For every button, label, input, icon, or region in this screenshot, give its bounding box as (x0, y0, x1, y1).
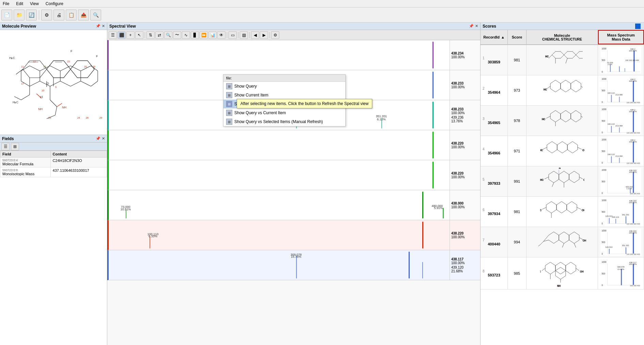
export-button[interactable]: 📋 (66, 10, 77, 20)
svg-text:N: N (559, 168, 561, 169)
spectral-tool3-button[interactable]: ⇄ (155, 31, 163, 39)
spectral-peak1-8: 438.117 (451, 257, 479, 261)
dropdown-show-query-current[interactable]: ⊞ Show Query vs Current Item (223, 108, 345, 117)
dropdown-tooltip: After selecting new items. Click the but… (237, 99, 372, 108)
scores-cell-mass-4: 1000 500 0 438.2 100.00% 100.110 213.060 (598, 136, 644, 166)
svg-line-54 (14, 96, 21, 100)
fields-pin-button[interactable]: 📌 (96, 136, 100, 141)
svg-rect-206 (609, 218, 610, 224)
spectral-next-button[interactable]: ▶ (260, 31, 268, 39)
spectral-wave2-button[interactable]: ∿ (182, 31, 190, 39)
spectral-peak1-2: 438.233 (451, 81, 479, 85)
scores-col-mass-header[interactable]: Mass Spectrum Mass Data (598, 30, 644, 44)
svg-marker-3 (70, 61, 94, 78)
svg-text:5.91%: 5.91% (434, 206, 443, 210)
svg-text:6.33%: 6.33% (148, 235, 157, 238)
svg-text:100.00%: 100.00% (629, 141, 637, 143)
settings-button[interactable]: ⚙ (41, 10, 52, 20)
svg-rect-121 (611, 95, 612, 102)
spectral-run2-button[interactable]: 📊 (208, 31, 217, 39)
dropdown-show-query-selected[interactable]: ⊞ Show Query vs Selected Items (Manual R… (223, 117, 345, 126)
spectral-prev-button[interactable]: ◀ (251, 31, 259, 39)
spectral-eye-button[interactable]: 👁 (217, 31, 225, 39)
fields-col-header-content: Content (50, 151, 107, 158)
svg-text:HC: HC (540, 179, 544, 181)
svg-rect-185 (633, 172, 634, 193)
spectral-close-button[interactable]: ✕ (475, 24, 478, 28)
spectral-canvas-5 (109, 160, 450, 190)
svg-rect-163 (619, 158, 620, 163)
svg-text:12: 12 (33, 60, 36, 63)
search-button[interactable]: 🔍 (90, 10, 101, 20)
menu-view[interactable]: View (29, 1, 40, 7)
svg-text:10: 10 (42, 89, 44, 92)
svg-marker-128 (550, 110, 561, 122)
refresh-button[interactable]: 🔄 (26, 10, 37, 20)
svg-text:HC: HC (540, 270, 541, 273)
svg-marker-87 (552, 51, 564, 58)
spectral-add-button[interactable]: + (126, 31, 135, 39)
spectral-zoom-button[interactable]: 🔍 (164, 31, 172, 39)
svg-text:11: 11 (21, 65, 24, 68)
spectral-mode-button[interactable]: ⬛ (117, 31, 126, 39)
scores-cell-mass-3: 1000 500 0 438.2 100.00% 100.110 213.060 (598, 106, 644, 136)
fields-cell-content-1: C24H18ClF2N3O (50, 158, 107, 167)
mol-preview-pin-button[interactable]: 📌 (96, 24, 100, 28)
fields-view-button[interactable]: ⊞ (11, 143, 19, 150)
mol-svg-4: HC OH (540, 137, 584, 165)
svg-line-46 (60, 81, 70, 86)
mini-chart-svg-1: 1000 500 0 438.2 100.00% 73.000 (600, 46, 641, 74)
spectral-opt1-button[interactable]: ▭ (229, 31, 237, 39)
fields-toolbar: ☰ ⊞ (0, 142, 107, 151)
svg-marker-170 (559, 171, 569, 183)
svg-text:351.201: 351.201 (622, 214, 629, 216)
spectral-tool1-button[interactable]: ↖ (135, 31, 143, 39)
fields-menu-button[interactable]: ☰ (1, 143, 10, 150)
spectral-pin-button[interactable]: 📌 (469, 24, 474, 28)
spectral-config-button[interactable]: ⚙ (271, 31, 279, 39)
spectral-menu-button[interactable]: ☰ (109, 31, 117, 39)
svg-text:1000: 1000 (601, 229, 607, 232)
svg-text:OH: OH (582, 209, 584, 211)
spectral-tool2-button[interactable]: ⇅ (146, 31, 155, 39)
scores-col-record-header[interactable]: RecordId ▲ (481, 30, 508, 44)
scores-col-molecule-header[interactable]: Molecule CHEMICAL STRUCTURE (527, 30, 598, 44)
svg-text:F: F (96, 55, 98, 58)
mol-preview-close-button[interactable]: ✕ (102, 24, 105, 28)
dropdown-show-current[interactable]: ⊞ Show Current Item (223, 91, 345, 100)
svg-line-45 (70, 81, 81, 86)
new-button[interactable]: 📄 (1, 10, 12, 20)
dropdown-show-query[interactable]: ⊞ Show Query (223, 82, 345, 91)
menu-configure[interactable]: Configure (44, 1, 65, 7)
svg-line-43 (70, 66, 81, 71)
svg-marker-149 (547, 141, 557, 153)
scores-row-7: 7 400440 994 HC OH (481, 227, 644, 257)
svg-rect-63 (433, 72, 434, 98)
print-button[interactable]: 🖨 (53, 10, 64, 20)
svg-rect-229 (633, 233, 634, 254)
svg-text:15: 15 (67, 60, 70, 63)
scores-cell-score-7: 994 (508, 227, 527, 257)
fields-close-button[interactable]: ✕ (102, 136, 105, 141)
import-button[interactable]: 📤 (78, 10, 89, 20)
open-button[interactable]: 📁 (14, 10, 25, 20)
svg-marker-239 (566, 262, 576, 274)
svg-line-112 (547, 86, 550, 89)
svg-marker-89 (576, 51, 583, 58)
svg-rect-208 (626, 216, 626, 223)
spectral-wave1-button[interactable]: 〜 (173, 31, 181, 39)
spectral-label-5: 438.220 100.00% (450, 160, 480, 190)
menu-edit[interactable]: Edit (15, 1, 25, 7)
mini-chart-svg-8: 1000 500 0 438.117 100.00% 309.078 15.62… (600, 260, 641, 287)
scores-col-mass-line2: Mass Data (607, 37, 635, 41)
scores-col-score-header[interactable]: Score (508, 30, 527, 44)
svg-line-57 (55, 107, 57, 115)
svg-text:100 200 300 400: 100 200 300 400 (627, 102, 640, 104)
svg-line-40 (50, 81, 60, 86)
svg-rect-79 (150, 237, 150, 249)
spectral-run1-button[interactable]: ⏩ (200, 31, 208, 39)
spectral-opt2-button[interactable]: ▧ (240, 31, 248, 39)
spectral-bar-button[interactable]: ▊ (191, 31, 199, 39)
menu-file[interactable]: File (1, 1, 11, 7)
svg-rect-71 (422, 192, 423, 218)
